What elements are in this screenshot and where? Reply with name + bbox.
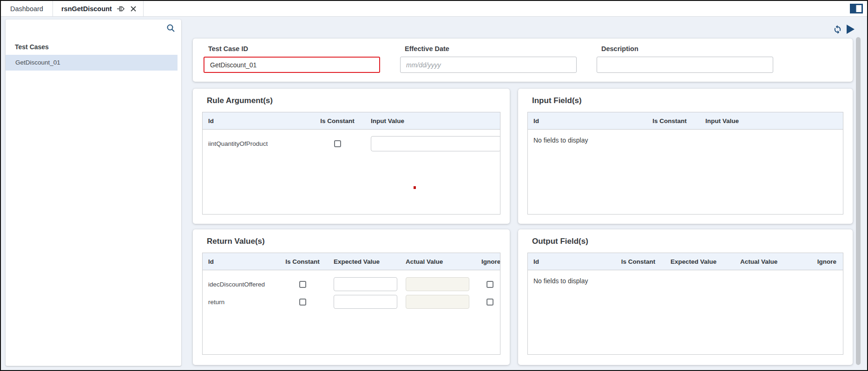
column-header-id: Id [528,117,639,124]
expected-value-input[interactable] [334,277,397,291]
column-header-input-value: Input Value [700,117,843,124]
column-header-is-constant: Is Constant [639,117,700,124]
tab-dashboard-label: Dashboard [10,5,43,13]
description-field-group: Description [597,39,773,73]
return-id: idecDiscountOffered [203,281,277,288]
column-header-expected-value: Expected Value [665,258,735,265]
description-input[interactable] [597,57,773,73]
output-fields-panel: Output Field(s) Id Is Constant Expected … [518,229,853,365]
test-cases-sidebar: Test Cases GetDiscount_01 [6,20,181,366]
expected-value-input[interactable] [334,295,397,309]
rule-arguments-table: Id Is Constant Input Value iintQuantityO… [202,112,500,215]
app-window: Dashboard rsnGetDiscount [0,0,868,371]
table-header-row: Id Is Constant Input Value [203,112,500,130]
table-header-row: Id Is Constant Input Value [528,112,843,130]
column-header-actual-value: Actual Value [735,258,809,265]
return-values-title: Return Value(s) [207,236,500,247]
column-header-is-constant: Is Constant [309,117,365,124]
return-values-table: Id Is Constant Expected Value Actual Val… [202,253,500,355]
sidebar-title: Test Cases [15,43,49,51]
actual-value-field [406,295,469,309]
return-id: return [203,299,277,306]
return-values-panel: Return Value(s) Id Is Constant Expected … [193,229,510,365]
column-header-actual-value: Actual Value [400,258,481,265]
description-label: Description [601,45,773,52]
red-dot-artifact [414,186,416,189]
is-constant-checkbox[interactable] [299,281,306,288]
column-header-id: Id [528,258,612,265]
empty-message: No fields to display [528,270,843,285]
table-header-row: Id Is Constant Expected Value Actual Val… [203,253,500,270]
input-value-input[interactable] [371,136,500,151]
tab-bar: Dashboard rsnGetDiscount [1,1,867,17]
column-header-ignore: Ignore [481,258,500,265]
column-header-ignore: Ignore [809,258,843,265]
table-header-row: Id Is Constant Expected Value Actual Val… [528,253,843,270]
input-fields-table: Id Is Constant Input Value No fields to … [527,112,843,215]
input-fields-title: Input Field(s) [532,95,843,106]
column-header-is-constant: Is Constant [277,258,328,265]
test-case-id-input[interactable] [204,57,380,73]
column-header-expected-value: Expected Value [328,258,400,265]
vertical-scrollbar[interactable] [856,37,861,365]
content-area: Test Cases GetDiscount_01 Test Case ID E… [1,17,867,370]
effective-date-input[interactable] [400,57,577,73]
sidebar-item-getdiscount-01[interactable]: GetDiscount_01 [6,55,178,71]
empty-message: No fields to display [528,130,843,144]
tab-rsngetdiscount[interactable]: rsnGetDiscount [53,1,144,16]
refresh-icon[interactable] [833,25,842,34]
is-constant-checkbox[interactable] [299,299,306,306]
output-fields-title: Output Field(s) [532,236,843,247]
output-fields-table: Id Is Constant Expected Value Actual Val… [527,253,843,355]
input-fields-panel: Input Field(s) Id Is Constant Input Valu… [518,89,853,224]
table-row: return [203,293,500,311]
tab-rsngetdiscount-label: rsnGetDiscount [61,5,112,13]
column-header-id: Id [203,117,309,124]
effective-date-label: Effective Date [405,45,577,52]
table-row: iintQuantityOfProduct [203,135,500,152]
column-header-is-constant: Is Constant [612,258,665,265]
effective-date-field-group: Effective Date [400,39,577,73]
ignore-checkbox[interactable] [487,299,493,306]
tab-dashboard[interactable]: Dashboard [1,1,53,16]
column-header-id: Id [203,258,277,265]
test-case-id-field-group: Test Case ID [204,39,380,73]
rule-arguments-panel: Rule Argument(s) Id Is Constant Input Va… [193,89,510,224]
argument-id: iintQuantityOfProduct [203,140,309,147]
pin-icon[interactable] [117,5,125,13]
rule-arguments-title: Rule Argument(s) [207,95,500,106]
actual-value-field [406,277,469,291]
table-row: idecDiscountOffered [203,275,500,293]
search-icon[interactable] [166,24,175,33]
panel-split-icon[interactable] [850,4,863,13]
close-icon[interactable] [130,6,137,12]
test-case-header-card: Test Case ID Effective Date Description [193,39,853,82]
column-header-input-value: Input Value [365,117,500,124]
ignore-checkbox[interactable] [487,281,493,288]
play-icon[interactable] [846,24,855,35]
test-case-id-label: Test Case ID [208,45,380,52]
is-constant-checkbox[interactable] [334,140,341,147]
